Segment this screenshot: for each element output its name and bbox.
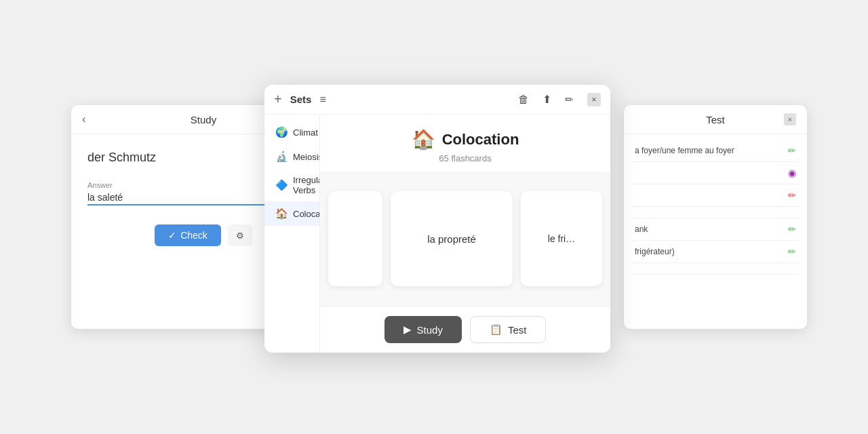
check-icon: ✓: [168, 230, 176, 241]
sidebar-item-climat[interactable]: 🌍 Climat: [264, 120, 319, 144]
test-row: frigérateur) ✏: [632, 241, 799, 263]
panel-title: Sets: [290, 94, 312, 105]
share-icon[interactable]: ⬆: [542, 93, 551, 106]
study-term: der Schmutz: [87, 151, 156, 165]
set-title: Colocation: [442, 131, 519, 149]
edit-icon[interactable]: ✏: [788, 145, 796, 156]
test-row: ank ✏: [632, 218, 799, 241]
panel-content: 🌍 Climat 🔬 Meiosis 🔷 Irregular Verbs 🏠 C…: [264, 115, 610, 353]
irregular-verbs-icon: 🔷: [275, 179, 288, 191]
check-button[interactable]: ✓ Check: [155, 224, 221, 246]
back-button[interactable]: ‹: [82, 113, 85, 125]
sidebar-item-label: Meiosis: [293, 152, 320, 162]
sidebar-item-label: Climat: [293, 127, 318, 138]
flashcard-right[interactable]: le fri…: [521, 191, 602, 286]
test-row: [632, 207, 799, 218]
settings-button[interactable]: ⚙: [228, 224, 252, 246]
set-header-row: 🏠 Colocation: [412, 128, 519, 151]
test-window-body: a foyer/une femme au foyer ✏ ◉ ✏ ank ✏ f…: [624, 134, 807, 280]
test-row-text: frigérateur): [635, 247, 788, 256]
colocation-icon: 🏠: [275, 208, 288, 220]
close-icon: ×: [788, 115, 792, 123]
add-button[interactable]: +: [274, 92, 282, 107]
panel-main: 🏠 Colocation 65 flashcards la propreté l…: [320, 115, 610, 353]
climat-icon: 🌍: [275, 126, 288, 138]
test-label: Test: [508, 324, 527, 336]
test-row-text: ank: [635, 224, 788, 234]
sidebar-item-meiosis[interactable]: 🔬 Meiosis: [264, 144, 319, 169]
close-button[interactable]: ×: [587, 93, 601, 106]
play-icon: ▶: [403, 323, 412, 336]
sidebar-item-label: Irregular Verbs: [293, 175, 320, 195]
edit-icon[interactable]: ✏: [788, 224, 796, 235]
meiosis-icon: 🔬: [275, 151, 288, 163]
test-row: ✏: [632, 184, 799, 207]
set-count: 65 flashcards: [439, 153, 491, 163]
test-window: Test × a foyer/une femme au foyer ✏ ◉ ✏ …: [624, 105, 807, 329]
set-emoji: 🏠: [412, 128, 435, 151]
test-row: a foyer/une femme au foyer ✏: [632, 140, 799, 162]
test-icon: 📋: [490, 323, 502, 336]
study-button[interactable]: ▶ Study: [384, 316, 462, 343]
panel-sidebar: 🌍 Climat 🔬 Meiosis 🔷 Irregular Verbs 🏠 C…: [264, 115, 320, 353]
set-header: 🏠 Colocation 65 flashcards: [320, 115, 610, 172]
test-row-text: a foyer/une femme au foyer: [635, 146, 788, 155]
flashcard-text: le fri…: [548, 233, 575, 244]
test-window-header: Test ×: [624, 105, 807, 134]
test-close-button[interactable]: ×: [784, 113, 796, 125]
menu-icon[interactable]: ≡: [319, 94, 326, 106]
gear-icon: ⚙: [236, 231, 244, 241]
sidebar-item-irregular-verbs[interactable]: 🔷 Irregular Verbs: [264, 169, 319, 201]
study-label: Study: [417, 324, 443, 336]
close-icon: ×: [591, 95, 596, 104]
study-window-title: Study: [191, 114, 216, 125]
study-actions: ✓ Check ⚙: [155, 224, 252, 246]
trash-icon[interactable]: 🗑: [518, 94, 529, 106]
flashcard-center[interactable]: la propreté: [391, 191, 513, 286]
test-window-title: Test: [647, 114, 784, 125]
flashcard-text: la propreté: [427, 233, 476, 245]
edit-icon[interactable]: ✏: [788, 190, 796, 201]
test-row: ◉: [632, 162, 799, 184]
sidebar-item-colocation[interactable]: 🏠 Colocation: [264, 201, 319, 226]
edit-icon[interactable]: ✏: [788, 246, 796, 257]
flashcard-area: la propreté le fri…: [320, 172, 610, 306]
edit-icon[interactable]: ✏: [565, 94, 574, 106]
sidebar-item-label: Colocation: [293, 209, 320, 219]
flashcard-left[interactable]: [328, 191, 382, 286]
location-icon[interactable]: ◉: [788, 167, 796, 178]
check-label: Check: [180, 230, 208, 241]
panel-bottom: ▶ Study 📋 Test: [320, 306, 610, 353]
main-panel: + Sets ≡ 🗑 ⬆ ✏ × 🌍 Climat 🔬 Meiosis 🔷 Ir…: [264, 85, 610, 353]
test-button[interactable]: 📋 Test: [470, 316, 547, 343]
test-row: [632, 263, 799, 275]
panel-header: + Sets ≡ 🗑 ⬆ ✏ ×: [264, 85, 610, 115]
